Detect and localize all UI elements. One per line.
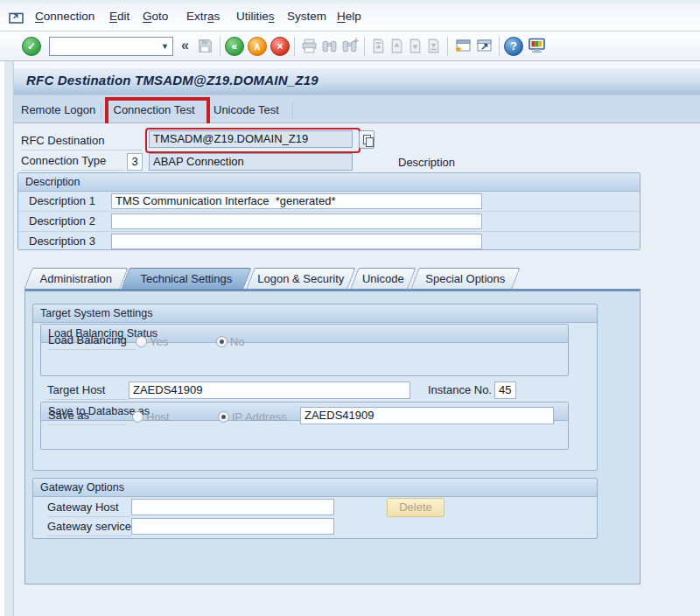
menu-item-utilities[interactable]: Utilities bbox=[236, 10, 275, 23]
menu-bar: Connection Edit Goto Extras Utilities Sy… bbox=[0, 0, 700, 32]
back-icon: « bbox=[232, 41, 238, 52]
first-page-button[interactable] bbox=[371, 38, 386, 54]
separator-band bbox=[0, 61, 700, 67]
description-2-label: Description 2 bbox=[29, 212, 95, 231]
previous-page-button[interactable] bbox=[389, 38, 404, 54]
instance-no-field[interactable]: 45 bbox=[494, 382, 516, 399]
gateway-service-field[interactable] bbox=[131, 518, 334, 535]
target-host-field[interactable]: ZAEDS41909 bbox=[129, 382, 410, 399]
up-arrow-icon: ∧ bbox=[254, 41, 262, 52]
ip-address-field[interactable]: ZAEDS41909 bbox=[300, 407, 554, 424]
description-row-2: Description 2 bbox=[18, 212, 640, 232]
menu-item-system[interactable]: System bbox=[287, 10, 326, 23]
tab-unicode[interactable]: Unicode bbox=[350, 268, 416, 289]
command-input[interactable] bbox=[52, 38, 158, 56]
load-balancing-yes-label: Yes bbox=[150, 335, 168, 348]
new-session-button[interactable] bbox=[454, 38, 472, 54]
gateway-options-title: Gateway Options bbox=[33, 479, 597, 497]
next-page-button[interactable] bbox=[408, 38, 423, 54]
tab-strip: Administration Technical Settings Logon … bbox=[26, 268, 642, 289]
monitor-icon bbox=[528, 38, 546, 54]
next-page-icon bbox=[408, 38, 423, 54]
printer-icon bbox=[301, 38, 318, 54]
left-margin-inner bbox=[4, 61, 14, 616]
save-button[interactable] bbox=[197, 38, 214, 54]
tab-special-options[interactable]: Special Options bbox=[410, 268, 520, 289]
unicode-test-button[interactable]: Unicode Test bbox=[214, 101, 279, 119]
find-button[interactable] bbox=[321, 38, 338, 54]
sap-screen-icon[interactable] bbox=[9, 10, 24, 28]
save-as-ip-label: IP Address bbox=[232, 410, 287, 424]
description-2-field[interactable] bbox=[111, 214, 482, 229]
load-balancing-no-label: No bbox=[230, 335, 245, 348]
description-groupbox-title: Description bbox=[18, 173, 640, 192]
connection-type-name-field: ABAP Connection bbox=[149, 153, 353, 171]
copy-value-button[interactable] bbox=[359, 130, 374, 149]
save-as-host-radio bbox=[132, 411, 144, 423]
plus-icon: + bbox=[354, 36, 359, 46]
exit-button[interactable]: ∧ bbox=[248, 37, 267, 56]
binoculars-icon bbox=[321, 38, 338, 54]
connection-type-code-field[interactable]: 3 bbox=[127, 153, 143, 171]
customize-layout-button[interactable] bbox=[528, 38, 546, 54]
load-balancing-status-groupbox: Load Balancing Status Load Balancing Yes… bbox=[40, 324, 569, 376]
description-1-label: Description 1 bbox=[29, 192, 95, 211]
description-3-field[interactable] bbox=[111, 234, 482, 249]
tab-logon-security[interactable]: Logon & Security bbox=[246, 268, 355, 289]
menu-item-help[interactable]: Help bbox=[337, 10, 361, 23]
gateway-host-field[interactable] bbox=[131, 499, 334, 515]
save-as-host-label: Host bbox=[146, 410, 170, 424]
description-3-label: Description 3 bbox=[29, 232, 95, 251]
standard-toolbar: ✓ ▼ « « ∧ × bbox=[0, 32, 700, 61]
title-bar: RFC Destination TMSADM@Z19.DOMAIN_Z19 bbox=[14, 67, 700, 94]
connection-type-label: Connection Type bbox=[21, 152, 124, 171]
save-to-database-groupbox: Save to Database as Save as Host IP Addr… bbox=[40, 402, 569, 450]
menu-item-goto[interactable]: Goto bbox=[143, 10, 168, 23]
create-shortcut-button[interactable]: ↗ bbox=[475, 38, 493, 54]
save-as-label: Save as bbox=[48, 407, 125, 425]
chevron-down-icon[interactable]: ▼ bbox=[161, 42, 169, 51]
gateway-host-label: Gateway Host bbox=[47, 499, 131, 517]
last-page-button[interactable] bbox=[426, 38, 441, 54]
gateway-options-groupbox: Gateway Options Gateway Host Delete Gate… bbox=[32, 478, 598, 539]
screen-body: RFC Destination TMSADM@Z19.DOMAIN_Z19 Co… bbox=[14, 123, 700, 616]
command-field[interactable]: ▼ bbox=[49, 37, 173, 56]
enter-button[interactable]: ✓ bbox=[22, 37, 41, 56]
menu-item-connection[interactable]: Connection bbox=[35, 10, 94, 23]
tab-administration[interactable]: Administration bbox=[24, 268, 128, 289]
description-row-3: Description 3 bbox=[18, 232, 640, 251]
load-balancing-no-radio bbox=[216, 336, 228, 347]
load-balancing-label: Load Balancing bbox=[48, 332, 136, 350]
shortcut-arrow-icon: ↗ bbox=[480, 41, 488, 52]
help-button[interactable]: ? bbox=[504, 37, 523, 56]
target-system-settings-groupbox: Target System Settings Load Balancing St… bbox=[32, 304, 598, 471]
find-next-button[interactable]: + bbox=[341, 38, 358, 54]
target-host-label: Target Host bbox=[47, 382, 128, 400]
gateway-service-label: Gateway service bbox=[47, 518, 131, 536]
description-groupbox: Description Description 1 TMS Communicat… bbox=[18, 172, 640, 250]
target-system-settings-title: Target System Settings bbox=[33, 304, 597, 323]
page-title: RFC Destination TMSADM@Z19.DOMAIN_Z19 bbox=[26, 73, 318, 88]
instance-no-label: Instance No. bbox=[428, 383, 492, 396]
technical-settings-panel: Target System Settings Load Balancing St… bbox=[24, 289, 640, 584]
new-session-icon bbox=[454, 38, 472, 54]
rfc-destination-field[interactable]: TMSADM@Z19.DOMAIN_Z19 bbox=[149, 130, 353, 148]
previous-page-icon bbox=[389, 38, 404, 54]
cancel-button[interactable]: × bbox=[270, 37, 290, 56]
description-column-label: Description bbox=[398, 156, 455, 169]
load-balancing-yes-radio bbox=[136, 336, 147, 347]
save-as-ip-radio bbox=[218, 411, 229, 423]
first-page-icon bbox=[371, 38, 386, 54]
menu-item-edit[interactable]: Edit bbox=[109, 10, 130, 23]
cancel-icon: × bbox=[276, 41, 283, 52]
last-page-icon bbox=[426, 38, 441, 54]
remote-logon-button[interactable]: Remote Logon bbox=[21, 101, 95, 119]
collapse-toolbar-chevron-icon[interactable]: « bbox=[181, 38, 189, 53]
back-button[interactable]: « bbox=[225, 37, 244, 56]
description-1-field[interactable]: TMS Communication Interface *generated* bbox=[111, 193, 482, 209]
menu-item-extras[interactable]: Extras bbox=[186, 10, 220, 23]
description-row-1: Description 1 TMS Communication Interfac… bbox=[18, 192, 640, 212]
application-toolbar: Remote Logon Connection Test Unicode Tes… bbox=[14, 94, 700, 123]
tab-technical-settings[interactable]: Technical Settings bbox=[121, 268, 251, 289]
print-button[interactable] bbox=[301, 38, 318, 54]
